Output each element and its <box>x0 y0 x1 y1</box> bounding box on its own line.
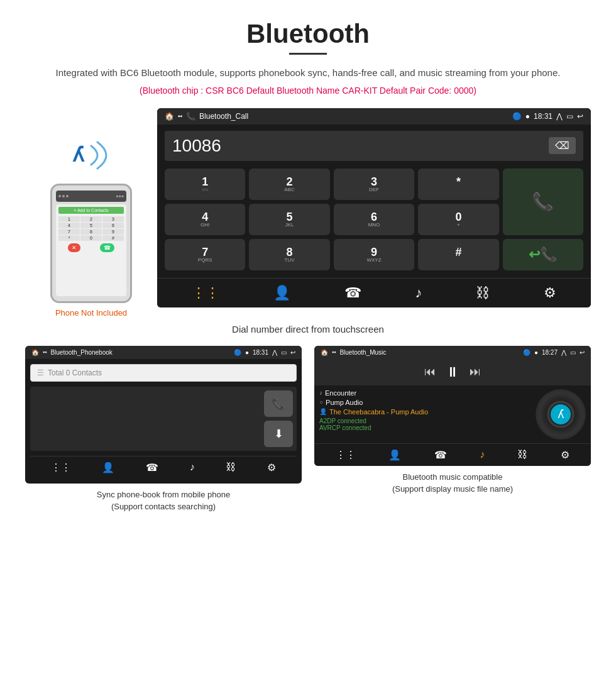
bluetooth-status-icon: 🔵 <box>512 112 522 121</box>
pb-nav-call[interactable]: ☎ <box>146 462 158 473</box>
ms-nav-link[interactable]: ⛓ <box>517 449 527 461</box>
call-action-btn[interactable]: 📞 <box>264 390 293 417</box>
ms-nav-call[interactable]: ☎ <box>434 449 447 461</box>
nav-settings-icon[interactable]: ⚙ <box>544 285 556 301</box>
dial-number-row: 10086 ⌫ <box>165 131 583 161</box>
window-icon: ▭ <box>566 112 573 121</box>
contacts-search-bar[interactable]: ☰ Total 0 Contacts <box>30 364 297 382</box>
phonebook-caption: Sync phone-book from mobile phone (Suppo… <box>97 489 230 513</box>
download-action-btn[interactable]: ⬇ <box>264 421 293 447</box>
signal-arcs <box>85 138 116 172</box>
music-bottom-nav: ⋮⋮ 👤 ☎ ♪ ⛓ ⚙ <box>314 443 591 466</box>
nav-keypad-icon[interactable]: ⋮⋮ <box>192 285 219 301</box>
artist-icon: 👤 <box>319 408 327 415</box>
status-left: 🏠 ▪▪ 📞 Bluetooth_Call <box>165 112 248 121</box>
title-underline <box>289 53 327 55</box>
prev-button[interactable]: ⏮ <box>424 365 436 379</box>
note-icon: ♪ <box>319 389 322 396</box>
call-icon: 📞 <box>186 112 195 121</box>
spec-line: (Bluetooth chip : CSR BC6 Default Blueto… <box>25 86 591 96</box>
track1-name: Encounter <box>325 389 356 397</box>
key-2[interactable]: 2ABC <box>249 169 329 200</box>
music-status-bar: 🏠 ▪▪ Bluetooth_Music 🔵 ● 18:27 ⋀ ▭ ↩ <box>314 346 591 359</box>
pb-nav-settings[interactable]: ⚙ <box>267 462 276 473</box>
ms-expand-icon: ⋀ <box>561 349 566 356</box>
pb-app-name: Bluetooth_Phonebook <box>50 349 112 356</box>
phone-screen: + Add to Contacts 123 456 789 *0# ✕ ☎ <box>56 204 126 296</box>
pb-status-left: 🏠 ▪▪ Bluetooth_Phonebook <box>31 349 113 356</box>
nav-call-icon[interactable]: ☎ <box>344 285 361 301</box>
pb-nav-music[interactable]: ♪ <box>190 462 195 473</box>
ms-nav-contacts[interactable]: 👤 <box>388 449 401 461</box>
pb-nav-link[interactable]: ⛓ <box>226 462 236 473</box>
dial-caption: Dial number direct from touchscreen <box>25 324 591 335</box>
backspace-button[interactable]: ⌫ <box>549 137 576 154</box>
play-pause-button[interactable]: ⏸ <box>446 364 459 380</box>
pb-expand-icon: ⋀ <box>272 349 277 356</box>
bluetooth-signal-illustration: ʎ <box>66 133 116 177</box>
track-cheebacabra: 👤 The Cheebacabra - Pump Audio <box>319 408 531 416</box>
next-button[interactable]: ⏭ <box>470 365 481 379</box>
ms-time: 18:27 <box>542 349 558 356</box>
key-hash[interactable]: # <box>418 239 498 270</box>
time-dial: 18:31 <box>534 112 553 121</box>
total-contacts-label: Total 0 Contacts <box>48 368 102 377</box>
track-encounter: ♪ Encounter <box>319 389 531 397</box>
redial-button[interactable]: ↩📞 <box>503 239 583 270</box>
pb-status-right: 🔵 ● 18:31 ⋀ ▭ ↩ <box>234 349 295 356</box>
phone-top-bar: ●●● <box>56 191 126 202</box>
key-7[interactable]: 7PQRS <box>165 239 245 270</box>
key-4[interactable]: 4GHI <box>165 204 245 235</box>
key-3[interactable]: 3DEF <box>334 169 414 200</box>
key-9[interactable]: 9WXYZ <box>334 239 414 270</box>
page-title: Bluetooth <box>25 19 591 49</box>
ms-nav-keypad[interactable]: ⋮⋮ <box>336 449 356 461</box>
phonebook-status-bar: 🏠 ▪▪ Bluetooth_Phonebook 🔵 ● 18:31 ⋀ ▭ ↩ <box>25 346 302 359</box>
bluetooth-vinyl-icon: ʎ <box>558 407 564 421</box>
pb-bt-icon: 🔵 <box>234 349 241 356</box>
phone-not-included-label: Phone Not Included <box>55 308 127 318</box>
nav-music-icon[interactable]: ♪ <box>415 285 422 301</box>
pb-dot-icon: ● <box>245 349 249 356</box>
vinyl-center: ʎ <box>551 404 571 424</box>
phone-frame: ●●● + Add to Contacts 123 456 789 *0# ✕ … <box>50 184 132 303</box>
dial-number-display: 10086 <box>172 136 549 156</box>
middle-section: ʎ ●●● + Add to Contacts 123 456 <box>25 108 591 318</box>
phone-bottom-bar: ✕ ☎ <box>58 243 124 252</box>
nav-link-icon[interactable]: ⛓ <box>476 285 490 301</box>
music-caption: Bluetooth music compatible (Support disp… <box>392 471 513 495</box>
music-transport-controls: ⏮ ⏸ ⏭ <box>314 359 591 385</box>
pb-nav-contacts[interactable]: 👤 <box>102 462 114 473</box>
key-0[interactable]: 0+ <box>418 204 498 235</box>
ms-app-name: Bluetooth_Music <box>339 349 386 356</box>
pb-window-icon: ▭ <box>281 349 287 356</box>
call-button[interactable]: 📞 <box>503 169 583 235</box>
app-name-dial: Bluetooth_Call <box>199 112 248 121</box>
ms-status-left: 🏠 ▪▪ Bluetooth_Music <box>321 349 386 356</box>
ms-nav-settings[interactable]: ⚙ <box>561 449 569 461</box>
nav-contacts-icon[interactable]: 👤 <box>273 285 290 301</box>
track3-name: The Cheebacabra - Pump Audio <box>329 408 428 416</box>
pb-time: 18:31 <box>253 349 268 356</box>
status-right: 🔵 ● 18:31 ⋀ ▭ ↩ <box>512 112 583 121</box>
music-item: 🏠 ▪▪ Bluetooth_Music 🔵 ● 18:27 ⋀ ▭ ↩ ⏮ ⏸… <box>314 346 591 513</box>
disc-icon: ○ <box>319 399 323 406</box>
ms-home-icon: 🏠 <box>321 349 328 356</box>
music-track-list: ♪ Encounter ○ Pump Audio 👤 The Cheebacab… <box>319 389 531 440</box>
track-pump-audio: ○ Pump Audio <box>319 399 531 406</box>
phonebook-bottom-nav: ⋮⋮ 👤 ☎ ♪ ⛓ ⚙ <box>30 456 297 479</box>
dial-bottom-nav: ⋮⋮ 👤 ☎ ♪ ⛓ ⚙ <box>157 278 591 307</box>
key-1[interactable]: 1○○ <box>165 169 245 200</box>
key-5[interactable]: 5JKL <box>249 204 329 235</box>
ms-nav-music[interactable]: ♪ <box>480 449 485 461</box>
home-icon: 🏠 <box>165 112 174 121</box>
pb-nav-keypad[interactable]: ⋮⋮ <box>51 462 71 473</box>
phone-top-dots <box>58 195 69 197</box>
music-info-row: ♪ Encounter ○ Pump Audio 👤 The Cheebacab… <box>314 385 591 443</box>
pb-signal-icon: ▪▪ <box>43 349 47 355</box>
key-star[interactable]: * <box>418 169 498 200</box>
key-8[interactable]: 8TUV <box>249 239 329 270</box>
expand-icon: ⋀ <box>556 112 563 121</box>
search-icon: ☰ <box>37 368 44 377</box>
key-6[interactable]: 6MNO <box>334 204 414 235</box>
